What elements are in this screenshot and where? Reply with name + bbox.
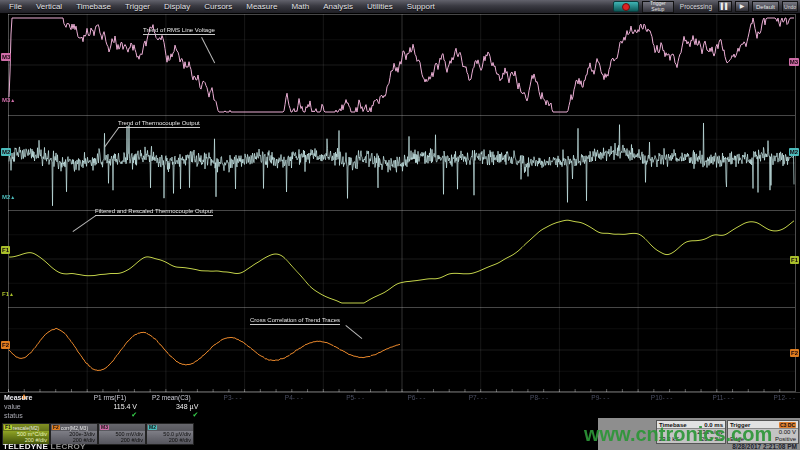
trace-offset-tag-m2-left[interactable]: M2 bbox=[1, 148, 11, 156]
oscilloscope-screen: FileVerticalTimebaseTriggerDisplayCursor… bbox=[0, 0, 800, 450]
menu-item-trigger[interactable]: Trigger bbox=[118, 2, 157, 11]
measure-label: P1 rms(F1) bbox=[81, 394, 139, 401]
trigger-source-chip: C3 DC bbox=[779, 422, 796, 428]
timebase-offset: 0.0 ms bbox=[704, 422, 723, 428]
measure-label: P11- - - bbox=[694, 394, 752, 401]
status-row-label: status bbox=[4, 412, 23, 419]
annotation-leader-m3 bbox=[201, 37, 215, 63]
datetime-label: 8/28/2017 2:21:08 PM bbox=[732, 443, 797, 450]
descriptor-m2[interactable]: M250.0 µV/div200 #/div bbox=[146, 423, 194, 445]
measure-label: P2 mean(C3) bbox=[142, 394, 200, 401]
descriptor-header: M2 bbox=[147, 424, 193, 431]
brand-teledyne: TELEDYNE bbox=[3, 442, 48, 450]
undo-button[interactable]: Undo bbox=[782, 1, 798, 12]
annotation-leader-m2 bbox=[104, 127, 119, 147]
value-row-label: value bbox=[4, 403, 21, 410]
annotation-m2: Trend of Thermocouple Output bbox=[118, 120, 200, 128]
annotation-m3: Trend of RMS Line Voltage bbox=[143, 27, 215, 35]
menu-item-math[interactable]: Math bbox=[284, 2, 316, 11]
annotation-f1: Filtered and Rescaled Thermocouple Outpu… bbox=[95, 208, 213, 216]
measure-value: 115.4 V bbox=[113, 403, 137, 410]
menu-item-cursors[interactable]: Cursors bbox=[197, 2, 239, 11]
trace-offset-tag-m2-right[interactable]: M2 bbox=[789, 148, 799, 156]
trigger-setup-label-2: Setup bbox=[651, 7, 664, 13]
measure-label: P3- - - bbox=[204, 394, 262, 401]
trace-offset-tag-f1-left[interactable]: F1 bbox=[1, 246, 10, 254]
measure-label: P6- - - bbox=[388, 394, 446, 401]
trace-offset-tag-f1-right[interactable]: F1 bbox=[790, 256, 799, 264]
trace-offset-tag-f2-right[interactable]: F2 bbox=[790, 349, 799, 357]
trace-tag-f2: F2 bbox=[52, 425, 60, 430]
menu-items: FileVerticalTimebaseTriggerDisplayCursor… bbox=[2, 0, 442, 13]
measure-label: P8- - - bbox=[510, 394, 568, 401]
trigger-mode: Edge bbox=[730, 436, 744, 443]
measure-label: P9- - - bbox=[571, 394, 629, 401]
measure-label: P5- - - bbox=[326, 394, 384, 401]
annotation-leader-f1 bbox=[72, 215, 96, 232]
zero-level-marker-f1[interactable]: F1▲ bbox=[2, 291, 14, 298]
menu-item-support[interactable]: Support bbox=[400, 2, 442, 11]
waveform-overlays: M3M2F1F2M3M2F1F2M3▲M2▲F1▲Trend of RMS Li… bbox=[0, 13, 800, 392]
measure-value: 348 µV bbox=[176, 403, 198, 410]
menu-item-file[interactable]: File bbox=[2, 2, 29, 11]
menu-item-utilities[interactable]: Utilities bbox=[360, 2, 400, 11]
status-panel: Timebase 0.0 ms 2.33 s/div 23.3 kS 20.2 … bbox=[598, 418, 800, 450]
menu-bar: FileVerticalTimebaseTriggerDisplayCursor… bbox=[0, 0, 800, 14]
descriptor-title: rescale(M2) bbox=[13, 425, 39, 431]
record-button[interactable] bbox=[613, 1, 639, 12]
measure-label: P4- - - bbox=[265, 394, 323, 401]
descriptor-header: M3 bbox=[99, 424, 145, 431]
measure-row-label: Measure bbox=[4, 394, 32, 401]
timebase-scale: 2.33 s/div bbox=[697, 429, 723, 436]
timebase-samples: 23.3 kS bbox=[659, 436, 679, 443]
measure-label: P7- - - bbox=[449, 394, 507, 401]
pause-button[interactable]: ▌▌ bbox=[718, 1, 732, 12]
menu-item-analysis[interactable]: Analysis bbox=[316, 2, 360, 11]
processing-status: Processing bbox=[677, 3, 715, 10]
trace-offset-tag-m3-right[interactable]: M3 bbox=[789, 58, 799, 66]
timebase-label: Timebase bbox=[659, 422, 687, 428]
descriptor-title: corr(M2,M3) bbox=[61, 425, 88, 431]
descriptor-header: F1rescale(M2) bbox=[3, 424, 49, 431]
brand-logo: TELEDYNE LECROY bbox=[3, 442, 86, 450]
trigger-label: Trigger bbox=[730, 422, 750, 428]
menu-item-measure[interactable]: Measure bbox=[239, 2, 284, 11]
waveform-grid: M3M2F1F2M3M2F1F2M3▲M2▲F1▲Trend of RMS Li… bbox=[0, 13, 800, 392]
trigger-box[interactable]: Trigger C3 DC 0.00 V Edge Positive bbox=[727, 420, 799, 444]
timebase-box[interactable]: Timebase 0.0 ms 2.33 s/div 23.3 kS 20.2 … bbox=[656, 420, 726, 444]
zero-level-marker-m2[interactable]: M2▲ bbox=[2, 194, 15, 201]
trigger-setup-button[interactable]: Trigger Setup bbox=[642, 1, 674, 13]
trace-offset-tag-m3-left[interactable]: M3 bbox=[1, 53, 11, 61]
timebase-rate: 20.2 S/s bbox=[701, 436, 723, 443]
trace-offset-tag-f2-left[interactable]: F2 bbox=[1, 341, 10, 349]
descriptor-value: 200 #/div bbox=[147, 437, 193, 443]
descriptor-header: F2corr(M2,M3) bbox=[51, 424, 97, 431]
record-icon bbox=[622, 3, 630, 11]
menu-item-vertical[interactable]: Vertical bbox=[29, 2, 69, 11]
descriptor-m3[interactable]: M3500 mV/div200 #/div bbox=[98, 423, 146, 445]
status-check-icon: ✔ bbox=[192, 411, 198, 419]
menu-item-display[interactable]: Display bbox=[157, 2, 197, 11]
trigger-slope: Positive bbox=[775, 436, 796, 443]
trace-tag-m2: M2 bbox=[148, 425, 157, 430]
menu-item-timebase[interactable]: Timebase bbox=[69, 2, 118, 11]
play-button[interactable]: ▶ bbox=[735, 1, 749, 12]
annotation-leader-f2 bbox=[345, 325, 362, 339]
measure-label: P10- - - bbox=[633, 394, 691, 401]
measure-label: P12- - - bbox=[755, 394, 800, 401]
zero-level-marker-m3[interactable]: M3▲ bbox=[2, 97, 15, 104]
brand-lecroy: LECROY bbox=[51, 442, 86, 450]
descriptor-value: 200 #/div bbox=[99, 437, 145, 443]
default-button[interactable]: Default bbox=[752, 1, 779, 12]
annotation-f2: Cross Correlation of Trend Traces bbox=[250, 317, 340, 325]
trigger-level: 0.00 V bbox=[779, 429, 796, 436]
trace-tag-f1: F1 bbox=[4, 425, 12, 430]
trace-tag-m3: M3 bbox=[100, 425, 109, 430]
toolbar: Trigger Setup Processing ▌▌ ▶ Default Un… bbox=[613, 0, 800, 13]
status-check-icon: ✔ bbox=[131, 411, 137, 419]
